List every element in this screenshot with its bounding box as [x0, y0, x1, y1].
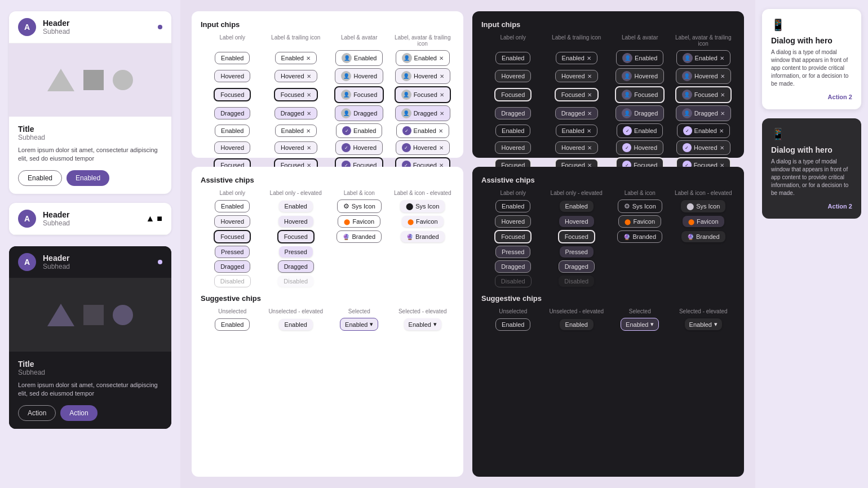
assist-d-pressed-0[interactable]: Pressed	[495, 246, 530, 258]
suggest-d-selected-elevated-0[interactable]: Enabled ▾	[685, 318, 722, 330]
suggest-enabled-0[interactable]: Enabled	[215, 318, 250, 331]
assist-enabled-0[interactable]: Enabled	[215, 200, 250, 212]
card-btn-outlined-1[interactable]: Enabled	[18, 170, 62, 186]
chip-d-check-hovered-1[interactable]: Hovered ✕	[555, 141, 598, 154]
assist-d-favicon-1[interactable]: ⬤ Favicon	[683, 216, 724, 227]
assist-pressed-0[interactable]: Pressed	[215, 246, 250, 258]
assist-sys-elevated-0[interactable]: ⬤ Sys Icon	[400, 200, 445, 212]
assist-hovered-0[interactable]: Hovered	[214, 215, 250, 228]
suggest-d-enabled-0[interactable]: Enabled	[495, 318, 530, 331]
chip-l-check-enabled-2[interactable]: ✓Enabled	[336, 123, 382, 138]
chip-d-check-enabled-2[interactable]: ✓Enabled	[617, 123, 663, 138]
chip-d-focused-1[interactable]: Focused ✕	[555, 88, 599, 101]
chip-l-check-hovered-2[interactable]: ✓Hovered	[335, 140, 383, 155]
chip-l-check-enabled-0[interactable]: Enabled	[215, 125, 250, 137]
assist-d-focused-1[interactable]: Focused	[558, 230, 595, 243]
assist-d-favicon-0[interactable]: ⬤ Favicon	[618, 215, 661, 228]
chip-l-check-hovered-0[interactable]: Hovered	[214, 141, 250, 154]
assist-d-sys-0[interactable]: ⚙ Sys Icon	[618, 199, 662, 213]
dialog-action-2[interactable]: Action 2	[771, 203, 852, 210]
chip-l-hovered-0[interactable]: Hovered	[214, 70, 250, 82]
assist-d-sys-elevated-0[interactable]: ⬤ Sys Icon	[681, 200, 725, 212]
chip-l-dragged-2[interactable]: 👤Dragged	[335, 105, 383, 121]
chip-l-hovered-3[interactable]: 👤Hovered ✕	[395, 68, 450, 84]
dialog-card-1: 📱 Dialog with hero A dialog is a type of…	[762, 9, 861, 109]
suggest-d-selected-0[interactable]: Enabled ▾	[621, 318, 659, 331]
chip-l-enabled-2[interactable]: 👤Enabled	[335, 50, 383, 66]
assist-favicon-1[interactable]: ⬤ Favicon	[402, 216, 444, 227]
chip-l-check-enabled-1[interactable]: Enabled ✕	[275, 125, 317, 137]
assist-branded-0[interactable]: 🔮 Branded	[336, 230, 382, 243]
chip-l-enabled-0[interactable]: Enabled	[215, 52, 250, 64]
chip-x-d0: ✕	[587, 55, 591, 61]
chip-cell-d1-3: 👤Hovered ✕	[672, 68, 736, 84]
suggest-d-elevated-0[interactable]: Enabled	[560, 319, 594, 330]
chip-l-hovered-2[interactable]: 👤Hovered	[335, 68, 383, 84]
chip-d-hovered-1[interactable]: Hovered ✕	[555, 70, 598, 82]
chip-l-check-enabled-3[interactable]: ✓Enabled ✕	[396, 123, 449, 138]
chip-l-enabled-3[interactable]: 👤Enabled ✕	[396, 50, 450, 66]
chip-l-focused-1[interactable]: Focused ✕	[274, 88, 318, 101]
assist-d-dragged-1[interactable]: Dragged	[559, 260, 595, 273]
chip-d-enabled-3[interactable]: 👤Enabled ✕	[676, 50, 730, 66]
assist-hovered-1[interactable]: Hovered	[278, 216, 313, 227]
chip-d-check-enabled-3[interactable]: ✓Enabled ✕	[677, 123, 730, 138]
chip-l-check-hovered-1[interactable]: Hovered ✕	[274, 141, 317, 154]
assist-d-hovered-0[interactable]: Hovered	[495, 215, 531, 228]
card-btn-filled-1[interactable]: Enabled	[67, 170, 109, 186]
assist-d-elevated-0[interactable]: Enabled	[560, 201, 594, 212]
chip-d-enabled-0[interactable]: Enabled	[495, 52, 530, 64]
chip-l-hovered-1[interactable]: Hovered ✕	[274, 70, 317, 82]
chip-d-hovered-0[interactable]: Hovered	[495, 70, 531, 82]
chip-d-dragged-1[interactable]: Dragged ✕	[555, 107, 598, 119]
chip-d-check-hovered-2[interactable]: ✓Hovered	[616, 140, 663, 155]
chip-l-dragged-0[interactable]: Dragged	[214, 107, 250, 119]
assist-d-pressed-1[interactable]: Pressed	[560, 246, 594, 258]
assist-favicon-0[interactable]: ⬤ Favicon	[338, 215, 380, 228]
assist-elevated-0[interactable]: Enabled	[279, 201, 313, 212]
chip-l-check-hovered-3[interactable]: ✓Hovered ✕	[396, 140, 450, 155]
chip-d-check-enabled-0[interactable]: Enabled	[495, 125, 530, 137]
favicon-d-icon-0: ⬤	[625, 219, 631, 225]
chip-d-focused-3[interactable]: 👤Focused ✕	[675, 86, 732, 103]
card-dark-btn-outlined[interactable]: Action	[18, 405, 56, 421]
chip-l-enabled-1[interactable]: Enabled ✕	[275, 52, 317, 64]
assist-d-enabled-0[interactable]: Enabled	[495, 200, 530, 212]
assist-pressed-1[interactable]: Pressed	[279, 246, 313, 258]
chip-d-check-hovered-0[interactable]: Hovered	[495, 141, 531, 154]
chip-l-dragged-3[interactable]: 👤Dragged ✕	[395, 105, 450, 121]
assist-d-dragged-0[interactable]: Dragged	[495, 260, 531, 273]
chip-d-enabled-2[interactable]: 👤Enabled	[616, 50, 663, 66]
assist-branded-1[interactable]: 🔮 Branded	[401, 231, 445, 242]
dialog-action-1[interactable]: Action 2	[771, 94, 852, 100]
assist-dragged-1[interactable]: Dragged	[278, 260, 314, 273]
suggest-selected-0[interactable]: Enabled ▾	[340, 318, 378, 331]
assist-dragged-0[interactable]: Dragged	[214, 260, 250, 273]
suggest-elevated-0[interactable]: Enabled	[279, 319, 313, 330]
assist-disabled-0: Disabled	[214, 275, 251, 287]
chip-l-dragged-1[interactable]: Dragged ✕	[274, 107, 317, 119]
chip-l-focused-3[interactable]: 👤Focused ✕	[395, 86, 451, 103]
chip-d-enabled-1[interactable]: Enabled ✕	[556, 52, 597, 64]
chip-d-hovered-3[interactable]: 👤Hovered ✕	[676, 68, 731, 84]
chip-d-check-hovered-3[interactable]: ✓Hovered ✕	[676, 140, 730, 155]
assist-d-focused-0[interactable]: Focused	[494, 230, 532, 243]
assist-d-branded-1[interactable]: 🔮 Branded	[681, 231, 725, 242]
branded-icon-0: 🔮	[343, 234, 349, 240]
card-dark-btn-filled[interactable]: Action	[60, 405, 97, 421]
chip-d-dragged-3[interactable]: 👤Dragged ✕	[676, 105, 731, 121]
assist-d-hovered-1[interactable]: Hovered	[559, 216, 594, 227]
assist-sys-0[interactable]: ⚙ Sys Icon	[337, 199, 382, 213]
chip-d-dragged-0[interactable]: Dragged	[495, 107, 531, 119]
chip-d-check-enabled-1[interactable]: Enabled ✕	[556, 125, 597, 137]
chip-d-focused-2[interactable]: 👤Focused	[615, 86, 665, 103]
chip-l-focused-2[interactable]: 👤Focused	[334, 86, 384, 103]
assist-focused-0[interactable]: Focused	[214, 230, 251, 243]
chip-d-hovered-2[interactable]: 👤Hovered	[615, 68, 664, 84]
chip-d-dragged-2[interactable]: 👤Dragged	[615, 105, 664, 121]
assist-focused-1[interactable]: Focused	[277, 230, 315, 243]
suggest-selected-elevated-0[interactable]: Enabled ▾	[404, 318, 441, 330]
assist-d-branded-0[interactable]: 🔮 Branded	[617, 230, 662, 243]
chip-l-focused-0[interactable]: Focused	[214, 88, 251, 101]
chip-d-focused-0[interactable]: Focused	[494, 88, 532, 101]
